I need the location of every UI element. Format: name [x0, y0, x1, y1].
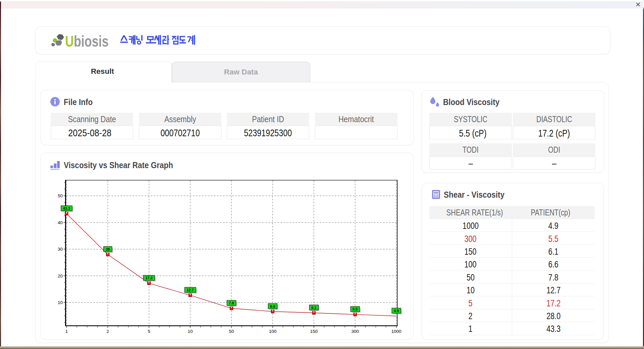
svg-text:6.1: 6.1	[311, 306, 316, 310]
svg-text:150: 150	[310, 329, 318, 334]
svg-text:20: 20	[58, 273, 63, 279]
svg-text:1: 1	[65, 329, 68, 334]
svg-text:100: 100	[269, 329, 277, 334]
svg-text:30: 30	[58, 247, 63, 252]
svg-text:40: 40	[58, 220, 63, 225]
svg-text:300: 300	[351, 329, 359, 334]
svg-text:7.8: 7.8	[229, 301, 234, 305]
svg-text:10: 10	[188, 329, 193, 334]
svg-text:50: 50	[229, 329, 234, 334]
svg-text:17.2: 17.2	[145, 276, 152, 280]
svg-text:12.7: 12.7	[186, 288, 194, 292]
svg-text:28: 28	[106, 247, 110, 251]
svg-text:50: 50	[58, 193, 63, 198]
svg-text:2: 2	[107, 329, 109, 334]
svg-text:10: 10	[58, 300, 63, 305]
svg-text:1000: 1000	[391, 329, 401, 334]
svg-text:4.9: 4.9	[394, 309, 399, 313]
svg-text:43.3: 43.3	[63, 206, 70, 210]
svg-text:5: 5	[148, 329, 150, 334]
svg-text:6.6: 6.6	[270, 304, 275, 308]
svg-text:5.5: 5.5	[353, 307, 358, 311]
